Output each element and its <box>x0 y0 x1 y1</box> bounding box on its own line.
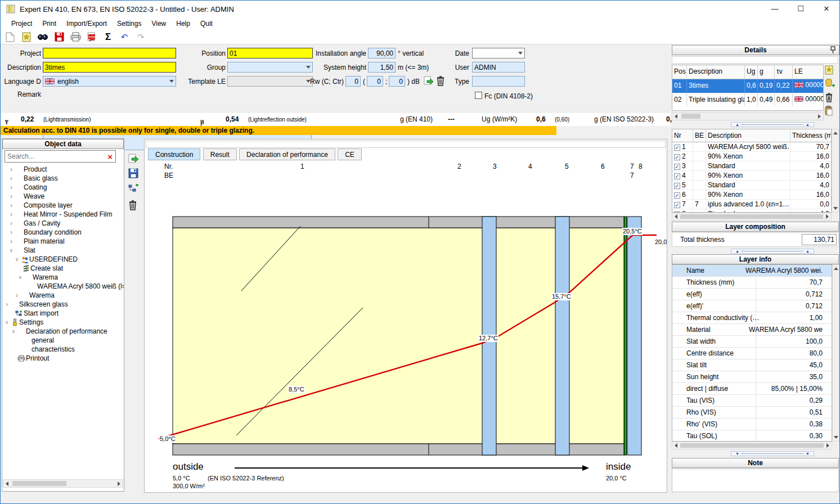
menu-quit[interactable]: Quit <box>195 19 218 29</box>
tab-declaration[interactable]: Declaration of performance <box>239 148 335 160</box>
tree-item-silkscreen-glass[interactable]: Silkscreen glass <box>2 300 124 309</box>
export-arrow-icon[interactable] <box>128 154 142 168</box>
layer-info-row[interactable]: Slat width100,0 <box>672 336 832 348</box>
find-icon[interactable] <box>37 32 49 43</box>
type-input[interactable] <box>472 76 525 87</box>
undo-icon[interactable]: ↶ <box>118 32 131 43</box>
splitter-handle[interactable]: ▼▼ <box>731 451 814 456</box>
layer-checkbox[interactable]: ✓ <box>674 183 680 189</box>
layer-checkbox[interactable]: ✓ <box>674 154 680 160</box>
layer-checkbox[interactable]: ✓ <box>674 164 680 170</box>
tree-item-basic-glass[interactable]: Basic glass <box>2 174 124 183</box>
menu-help[interactable]: Help <box>171 19 195 29</box>
print-icon[interactable] <box>69 32 82 43</box>
tree-item-boundary-condition[interactable]: Boundary condition <box>2 228 124 237</box>
layer-info-row[interactable]: NameWAREMA Acryl 5800 wei. <box>672 265 832 277</box>
object-tree-hscrollbar[interactable] <box>3 479 123 488</box>
project-input[interactable] <box>43 48 176 58</box>
layer-info-row[interactable]: e(eff)0,712 <box>672 289 832 300</box>
layer-row[interactable]: ✓3Standard4,0 <box>672 161 831 171</box>
tree-item-warema-2[interactable]: Warema <box>2 291 124 300</box>
fc-checkbox[interactable] <box>475 92 482 99</box>
trash-icon[interactable] <box>128 200 142 215</box>
tree-item-declaration[interactable]: Declaration of performance <box>2 327 124 336</box>
rw-ctr-input[interactable] <box>389 76 405 87</box>
position-input[interactable] <box>227 48 313 58</box>
layer-checkbox[interactable]: ✓ <box>674 145 680 151</box>
scroll-left-icon[interactable] <box>6 482 8 486</box>
pin-icon[interactable] <box>830 46 836 56</box>
tree-item-coating[interactable]: Coating <box>2 183 124 192</box>
apply-arrow-icon[interactable] <box>424 76 434 88</box>
layer-info-row[interactable]: MaterialWAREMA Acryl 5800 we <box>672 324 832 336</box>
positions-hscrollbar[interactable] <box>672 112 824 120</box>
splitter-handle[interactable]: ▲▲ <box>731 122 814 127</box>
tree-item-warema-group[interactable]: Warema <box>2 273 124 282</box>
layer-info-row[interactable]: direct | diffuse85,00% | 15,00% <box>672 383 832 395</box>
tree-item-slat[interactable]: Slat <box>2 246 124 255</box>
language-combo[interactable]: english <box>43 76 176 87</box>
user-input[interactable] <box>472 62 525 73</box>
tab-result[interactable]: Result <box>203 148 237 160</box>
clear-search-icon[interactable]: × <box>105 152 115 161</box>
layer-info-row[interactable]: Sun height35,0 <box>672 371 832 383</box>
save-icon[interactable] <box>53 32 65 43</box>
tree-item-product[interactable]: Product <box>2 165 124 174</box>
new-from-template-icon[interactable] <box>20 32 33 43</box>
installation-angle-input[interactable] <box>368 48 396 58</box>
tab-ce[interactable]: CE <box>338 148 362 160</box>
scrollbar-thumb[interactable] <box>681 114 700 119</box>
layer-checkbox[interactable]: ✓ <box>674 202 680 208</box>
tree-item-heat-mirror[interactable]: Heat Mirror - Suspended Film <box>2 210 124 219</box>
menu-settings[interactable]: Settings <box>112 19 146 29</box>
position-row-selected[interactable]: 01 3times 0,6 0,19 0,22 00000 <box>672 79 823 93</box>
layer-row[interactable]: ✓490% Xenon16,0 <box>672 171 831 181</box>
layer-info-row[interactable]: Tau (SOL)0,30 <box>672 430 832 442</box>
layer-row[interactable]: ✓77iplus advanced 1.0 (εn=1…0,0 <box>672 200 831 209</box>
system-height-input[interactable] <box>368 62 396 73</box>
layer-row[interactable]: ✓290% Xenon16,0 <box>672 152 831 161</box>
tree-item-composite-layer[interactable]: Composite layer <box>2 201 124 210</box>
layer-info-hscrollbar[interactable] <box>672 442 832 449</box>
new-document-icon[interactable] <box>4 32 16 43</box>
splitter-handle[interactable]: ▲▲ <box>731 249 814 254</box>
layer-checkbox[interactable]: ✓ <box>674 192 680 199</box>
date-combo[interactable] <box>472 48 525 58</box>
close-button[interactable]: ✕ <box>814 1 839 17</box>
trash-icon[interactable] <box>436 75 445 88</box>
search-box[interactable]: × <box>5 150 116 163</box>
scrollbar-thumb[interactable] <box>12 481 66 486</box>
new-position-icon[interactable] <box>825 65 838 78</box>
layer-info-row[interactable]: Rho' (VIS)0,38 <box>672 418 832 430</box>
tree-item-weave[interactable]: Weave <box>2 192 124 201</box>
tree-item-general[interactable]: general <box>2 336 124 345</box>
export-pdf-icon[interactable]: PDF <box>86 32 98 43</box>
redo-icon[interactable]: ↷ <box>134 32 147 43</box>
search-input[interactable] <box>5 152 105 160</box>
rw-c-input[interactable] <box>367 76 383 87</box>
tree-item-printout[interactable]: Printout <box>2 354 124 363</box>
layer-info-vscrollbar[interactable] <box>832 264 839 442</box>
layer-checkbox[interactable]: ✓ <box>674 173 680 179</box>
layer-info-row[interactable]: Rho (VIS)0,51 <box>672 407 832 418</box>
tree-item-create-slat[interactable]: Create slat <box>2 264 124 273</box>
tree-item-characteristics[interactable]: characteristics <box>2 345 124 354</box>
tree-item-settings[interactable]: Settings <box>2 318 124 327</box>
save-icon[interactable] <box>128 168 142 184</box>
menu-view[interactable]: View <box>146 19 171 29</box>
tree-item-start-import[interactable]: Start import <box>2 309 124 318</box>
template-le-combo[interactable] <box>227 76 313 87</box>
calculate-sum-icon[interactable]: Σ <box>102 32 114 43</box>
description-input[interactable] <box>43 62 176 73</box>
layer-row[interactable]: ✓1WAREMA Acryl 5800 weiß…70,7 <box>672 142 831 152</box>
scroll-right-icon[interactable] <box>118 482 120 486</box>
rw-input[interactable] <box>345 76 361 87</box>
tree-item-warema-acryl[interactable]: WAREMA Acryl 5800 weiß (l=10 <box>2 282 124 291</box>
add-position-icon[interactable] <box>825 78 838 92</box>
group-combo[interactable] <box>227 62 313 73</box>
maximize-button[interactable]: ☐ <box>788 1 814 17</box>
menu-import-export[interactable]: Import/Export <box>61 19 112 29</box>
tree-item-userdefined[interactable]: USERDEFINED <box>2 255 124 264</box>
position-row[interactable]: 02 Triple insulating glas 1,0 0,49 0,66 … <box>672 93 823 106</box>
layer-row[interactable]: ✓690% Xenon16,0 <box>672 190 831 200</box>
